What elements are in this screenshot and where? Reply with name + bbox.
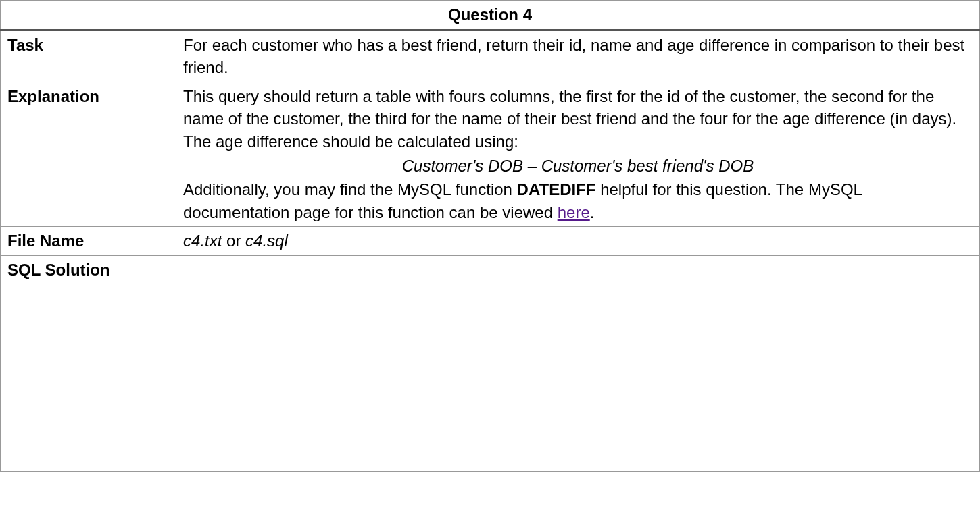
doc-link[interactable]: here	[558, 203, 590, 221]
filename-or: or	[222, 232, 245, 250]
filename-content: c4.txt or c4.sql	[176, 227, 980, 256]
title-row: Question 4	[1, 1, 980, 30]
function-name: DATEDIFF	[517, 180, 596, 199]
explanation-formula: Customer's DOB – Customer's best friend'…	[183, 155, 973, 178]
explanation-content: This query should return a table with fo…	[176, 82, 980, 227]
explanation-period: .	[590, 203, 595, 221]
question-table: Question 4 Task For each customer who ha…	[0, 0, 980, 472]
task-label: Task	[1, 30, 176, 82]
filename-2: c4.sql	[245, 232, 288, 250]
solution-label: SQL Solution	[1, 255, 176, 471]
task-content: For each customer who has a best friend,…	[176, 30, 980, 82]
filename-label: File Name	[1, 227, 176, 256]
filename-row: File Name c4.txt or c4.sql	[1, 227, 980, 256]
solution-row: SQL Solution	[1, 255, 980, 471]
solution-content	[176, 255, 980, 471]
question-title: Question 4	[1, 1, 980, 30]
task-row: Task For each customer who has a best fr…	[1, 30, 980, 82]
explanation-intro: This query should return a table with fo…	[183, 87, 956, 151]
filename-1: c4.txt	[183, 232, 222, 250]
explanation-label: Explanation	[1, 82, 176, 227]
explanation-additional-pre: Additionally, you may find the MySQL fun…	[183, 180, 517, 199]
explanation-row: Explanation This query should return a t…	[1, 82, 980, 227]
